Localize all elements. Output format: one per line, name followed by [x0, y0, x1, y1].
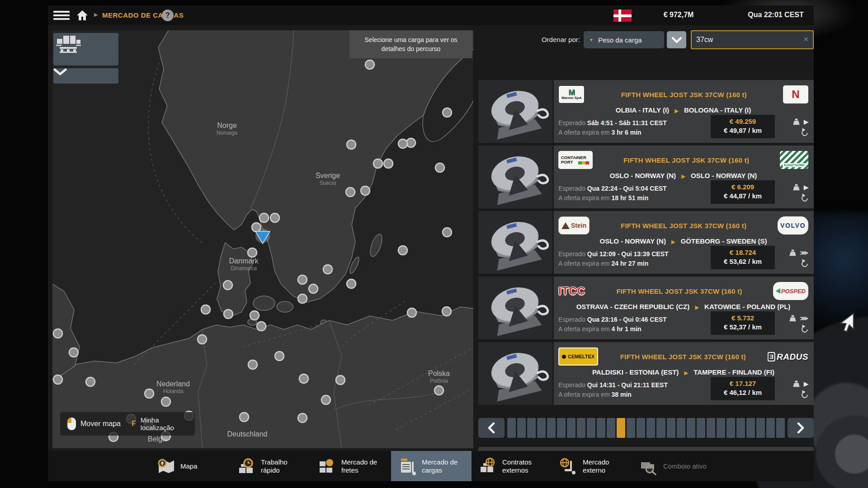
page-segment[interactable] [587, 418, 595, 438]
fifth-wheel-thumbnail [478, 342, 554, 405]
cargo-timing-info: Esperado Sáb 4:51 - Sáb 11:31 CEST A ofe… [558, 117, 711, 136]
origin-city: OLBIA - ITALY (I) [616, 106, 669, 114]
page-segment[interactable] [746, 418, 755, 438]
nav-item-external-market[interactable]: Mercado externo [552, 451, 632, 481]
page-segment[interactable] [756, 418, 765, 438]
page-segment[interactable] [517, 418, 526, 438]
page-segment[interactable] [537, 418, 546, 438]
page-segment[interactable] [607, 418, 615, 438]
sender-company-logo: CONTAINER PORT [558, 151, 593, 169]
page-segment[interactable] [687, 418, 695, 438]
sort-dropdown[interactable]: ▼ Peso da carga [584, 31, 664, 48]
rate-per-km: € 46,12 / km [711, 389, 775, 396]
prev-page-button[interactable] [478, 418, 505, 438]
page-segment[interactable] [567, 418, 576, 438]
expected-time: Qua 23:16 - Qui 0:46 CEST [587, 316, 667, 323]
route-arrow-icon: ▶ [684, 370, 688, 375]
page-segment[interactable] [766, 418, 775, 438]
urgency-icon: ▶ [804, 118, 808, 125]
cargo-market-icon [397, 457, 417, 475]
destination-city: BOLOGNA - ITALY (I) [684, 106, 751, 114]
rate-per-km: € 49,87 / km [711, 127, 775, 134]
nav-item-freight-market[interactable]: Mercado de fretes [311, 451, 391, 481]
nav-item-cargo-market[interactable]: Mercado de cargas [391, 451, 472, 481]
urgency-icon: ⋙ [800, 249, 809, 256]
page-segment[interactable] [617, 418, 625, 438]
page-segment[interactable] [627, 418, 635, 438]
page-segment[interactable] [646, 418, 655, 438]
rate-per-km: € 44,87 / km [711, 192, 775, 200]
page-segment[interactable] [577, 418, 585, 438]
breadcrumb-arrow-icon: ▶ [94, 12, 98, 18]
pallet-cargo-icon [53, 33, 83, 55]
loop-route-icon [800, 194, 809, 203]
destination-city: GÖTEBORG - SWEDEN (S) [681, 237, 767, 245]
page-segment[interactable] [507, 418, 516, 438]
collapse-map-panel-button[interactable] [53, 68, 118, 84]
cargo-offer-row[interactable]: Stein FIFTH WHEEL JOST JSK 37CW (160 t) … [478, 211, 814, 274]
recipient-company-logo: KONSTNORR [780, 151, 808, 169]
sort-dropdown-open-button[interactable] [667, 31, 686, 48]
page-segment[interactable] [557, 418, 566, 438]
denmark-flag-icon [613, 9, 632, 22]
page-segment[interactable] [736, 418, 745, 438]
mouse-icon [67, 418, 76, 430]
page-segment[interactable] [597, 418, 605, 438]
cargo-timing-info: Esperado Qui 12:09 - Qui 13:39 CEST A of… [558, 248, 711, 267]
offer-price: € 17.127 [711, 380, 775, 387]
cargo-offer-row[interactable]: Marmo SpA FIFTH WHEEL JOST JSK 37CW (160… [478, 80, 814, 143]
page-segment[interactable] [776, 418, 785, 438]
page-segment[interactable] [667, 418, 675, 438]
search-input[interactable] [696, 31, 796, 48]
page-segment[interactable] [637, 418, 645, 438]
heavy-cargo-icon [792, 380, 801, 388]
clear-search-icon[interactable]: × [803, 34, 808, 44]
page-segment[interactable] [726, 418, 735, 438]
menu-icon[interactable] [53, 9, 70, 22]
map-canvas[interactable]: NorgeNoruega SverigeSuécia DanmarkDinama… [52, 30, 473, 448]
cargo-view-button[interactable] [53, 33, 118, 66]
price-box: € 5.732 € 52,37 / km [711, 311, 775, 335]
heavy-cargo-icon [792, 117, 801, 126]
nav-item-quick-job[interactable]: Trabalho rápido [230, 451, 311, 481]
rate-per-km: € 52,37 / km [711, 323, 775, 331]
backdrop-truck-cab [809, 212, 868, 330]
cargo-offer-row[interactable]: CONTAINER PORT FIFTH WHEEL JOST JSK 37CW… [478, 145, 814, 208]
route-arrow-icon: ▶ [675, 108, 678, 113]
loop-route-icon [800, 390, 809, 399]
origin-city: PALDISKI - ESTONIA (EST) [592, 368, 679, 376]
heavy-cargo-icon [792, 183, 801, 192]
sort-label: Ordenar por: [478, 36, 580, 43]
page-segment[interactable] [697, 418, 705, 438]
price-box: € 18.724 € 53,62 / km [711, 246, 775, 269]
home-icon[interactable] [76, 9, 89, 22]
urgency-icon: ▶ [804, 380, 808, 387]
external-contracts-icon [478, 457, 498, 475]
heavy-cargo-icon [788, 249, 797, 257]
cargo-route: OSTRAVA - CZECH REPUBLIC (CZ) ▶ KATOWICE… [558, 303, 808, 310]
nav-item-external-contracts[interactable]: Contratos externos [472, 451, 552, 481]
cargo-offer-row[interactable]: ITCC FIFTH WHEEL JOST JSK 37CW (160 t) P… [478, 277, 814, 339]
nav-item-active-convoy[interactable]: Comboio ativo [632, 451, 713, 481]
loop-route-icon [800, 325, 809, 334]
page-segment[interactable] [547, 418, 556, 438]
cargo-title: FIFTH WHEEL JOST JSK 37CW (160 t) [585, 287, 773, 295]
page-segment[interactable] [527, 418, 536, 438]
offer-price: € 18.724 [711, 249, 775, 256]
cargo-route: OSLO - NORWAY (N) ▶ OSLO - NORWAY (N) [558, 172, 808, 179]
page-segment[interactable] [707, 418, 715, 438]
recipient-company-logo: N [783, 85, 808, 103]
cargo-offer-row[interactable]: CEMELTEX FIFTH WHEEL JOST JSK 37CW (160 … [478, 342, 814, 405]
next-page-button[interactable] [788, 418, 814, 438]
rate-per-km: € 53,62 / km [711, 258, 775, 265]
offer-price: € 49.259 [711, 117, 775, 125]
fifth-wheel-thumbnail [478, 277, 554, 339]
help-button[interactable]: ? [162, 9, 174, 21]
cargo-title: FIFTH WHEEL JOST JSK 37CW (160 t) [590, 222, 778, 230]
page-segment[interactable] [677, 418, 685, 438]
page-segment[interactable] [717, 418, 725, 438]
pagination [478, 418, 814, 438]
page-segment[interactable] [656, 418, 665, 438]
nav-item-map[interactable]: Mapa [150, 451, 230, 481]
expected-time: Qua 22:24 - Qui 5:04 CEST [587, 185, 667, 192]
